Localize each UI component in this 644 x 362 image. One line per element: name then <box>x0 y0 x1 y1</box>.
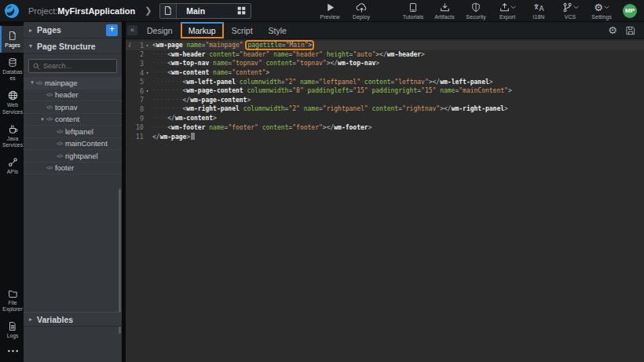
rail-item-label: Logs <box>2 333 24 339</box>
rail-item-label: Pages <box>2 42 24 49</box>
code-line-2[interactable]: 2····<wm-header·content="header"·name="h… <box>126 50 644 60</box>
project-label: Project: <box>28 6 57 16</box>
wavemaker-logo-icon[interactable] <box>4 3 20 19</box>
tree-item-label: content <box>55 115 79 123</box>
topbar-tutorials-button[interactable]: Tutorials <box>397 2 429 20</box>
line-number: 6 <box>133 87 144 95</box>
line-number: 4 <box>133 69 144 77</box>
editor-tab-actions: ⚙ <box>608 22 644 38</box>
save-button[interactable] <box>626 26 635 35</box>
code-line-9[interactable]: 9····</wm-content> <box>126 114 644 123</box>
code-tag-icon: </> <box>36 80 42 86</box>
topbar-artifacts-button[interactable]: Artifacts <box>429 2 460 20</box>
artifacts-icon <box>440 2 450 13</box>
user-avatar[interactable]: MP <box>623 4 637 18</box>
wavemaker-studio-window: Project:MyFirstApplication ❯ Main Previe… <box>0 0 644 362</box>
chevron-down-icon <box>510 0 516 13</box>
topbar-i18n-button[interactable]: AI18N <box>523 2 554 20</box>
code-line-text: ····</wm-content> <box>152 115 217 122</box>
code-tag-icon: </> <box>57 141 63 146</box>
code-line-11[interactable]: 11</wm-page> <box>126 132 644 141</box>
tab-design[interactable]: Design <box>139 22 181 38</box>
topbar-settings-button[interactable]: ⚙Settings <box>586 2 617 20</box>
variables-section-header[interactable]: ▸ Variables <box>24 312 122 327</box>
topbar-action-label: Preview <box>320 14 340 20</box>
gutter: 3 <box>126 60 152 68</box>
deploy-icon <box>356 2 368 13</box>
variables-title: Variables <box>37 315 73 324</box>
tree-item-label: topnav <box>55 103 78 112</box>
current-page-name[interactable]: Main <box>177 6 232 16</box>
add-page-button[interactable]: + <box>106 24 118 36</box>
topbar-action-label: I18N <box>533 14 545 20</box>
rail-item-web-services[interactable]: Web Services <box>0 86 24 119</box>
page-selector[interactable]: Main <box>159 3 251 19</box>
search-wrap: Search... <box>24 54 122 77</box>
pages-section-header[interactable]: ▸ Pages + <box>24 22 122 38</box>
caret-right-icon: ▸ <box>29 27 37 34</box>
tab-script[interactable]: Script <box>224 22 261 38</box>
code-line-7[interactable]: 7········</wm-page-content> <box>126 96 644 105</box>
fold-toggle-icon[interactable]: ▾ <box>144 88 151 93</box>
pages-icon <box>8 31 17 41</box>
code-line-3[interactable]: 3····<wm-top-nav·name="topnav"·content="… <box>126 59 644 68</box>
info-icon[interactable]: i <box>126 42 133 49</box>
code-line-6[interactable]: 6▾········<wm-page-content·columnwidth="… <box>126 86 644 96</box>
rail-item-databases[interactable]: Databases <box>0 53 24 86</box>
page-grid-cell[interactable] <box>232 4 251 18</box>
rail-item-pages[interactable]: Pages <box>0 26 24 53</box>
preview-icon <box>325 2 335 13</box>
tree-item-header[interactable]: </>header <box>24 90 122 102</box>
rail-item-more[interactable] <box>0 343 24 359</box>
page-file-cell[interactable] <box>160 4 177 18</box>
topbar-preview-button[interactable]: Preview <box>314 2 346 20</box>
tree-item-rightpanel[interactable]: </>rightpanel <box>24 150 122 163</box>
topbar-vcs-button[interactable]: VCS <box>554 2 586 20</box>
rail-item-file-explorer[interactable]: File Explorer <box>0 284 24 316</box>
tree-item-leftpanel[interactable]: </>leftpanel <box>24 126 122 138</box>
apis-icon <box>8 157 18 167</box>
code-line-10[interactable]: 10····<wm-footer·name="footer"·content="… <box>126 122 644 132</box>
topbar-security-button[interactable]: Security <box>460 2 492 20</box>
line-number: 5 <box>133 78 144 86</box>
editor-area: « DesignMarkupScriptStyle ⚙ i1▾<wm-page·… <box>126 22 644 362</box>
editor-settings-button[interactable]: ⚙ <box>608 25 617 35</box>
rail-item-java-services[interactable]: Java Services <box>0 119 24 152</box>
code-line-8[interactable]: 8········<wm-right-panel·columnwidth="2"… <box>126 104 644 114</box>
tab-markup[interactable]: Markup <box>181 22 224 38</box>
code-line-5[interactable]: 5········<wm-left-panel·columnwidth="2"·… <box>126 77 644 86</box>
fold-toggle-icon[interactable]: ▾ <box>144 42 151 48</box>
collapse-sidebar-button[interactable]: « <box>127 25 137 35</box>
code-line-text: ····<wm-footer·name="footer"·content="fo… <box>152 124 371 131</box>
page-structure-header[interactable]: ▾ Page Structure <box>24 38 122 54</box>
gutter: 4▾ <box>126 69 152 77</box>
line-number: 10 <box>133 123 144 131</box>
tree-item-topnav[interactable]: </>topnav <box>24 101 122 114</box>
rail-item-label: Java Services <box>2 136 24 148</box>
tab-style[interactable]: Style <box>261 22 295 38</box>
topbar-deploy-button[interactable]: Deploy <box>346 2 377 20</box>
code-tag-icon: </> <box>57 129 63 134</box>
search-input[interactable]: Search... <box>28 59 117 73</box>
page-structure-tree: ▾</>mainpage</>header</>topnav▾</>conten… <box>24 77 122 174</box>
code-line-text: ········<wm-left-panel·columnwidth="2"·n… <box>152 79 493 86</box>
code-line-1[interactable]: i1▾<wm-page·name="mainpage"·pagetitle="M… <box>126 41 644 50</box>
tree-item-mainContent[interactable]: </>mainContent <box>24 138 122 151</box>
caret-down-icon[interactable]: ▾ <box>28 79 36 86</box>
topbar-export-button[interactable]: Export <box>492 2 523 20</box>
code-line-4[interactable]: 4▾····<wm-content·name="content"> <box>126 68 644 78</box>
markup-code-editor[interactable]: i1▾<wm-page·name="mainpage"·pagetitle="M… <box>126 39 644 141</box>
file-explorer-icon <box>8 289 18 298</box>
tree-item-content[interactable]: ▾</>content <box>24 114 122 126</box>
text-cursor <box>191 133 195 140</box>
caret-down-icon[interactable]: ▾ <box>38 116 46 122</box>
rail-item-logs[interactable]: Logs <box>0 316 24 343</box>
chevron-down-icon <box>573 0 579 13</box>
tree-item-mainpage[interactable]: ▾</>mainpage <box>24 77 122 90</box>
tree-item-footer[interactable]: </>footer <box>24 163 122 175</box>
breadcrumb-chevron-icon: ❯ <box>145 5 152 16</box>
fold-toggle-icon[interactable]: ▾ <box>144 70 151 75</box>
pages-sidebar: ▸ Pages + ▾ Page Structure Search... ▾</… <box>24 22 122 362</box>
topbar-action-label: Artifacts <box>434 14 454 20</box>
rail-item-apis[interactable]: APIs <box>0 152 24 179</box>
